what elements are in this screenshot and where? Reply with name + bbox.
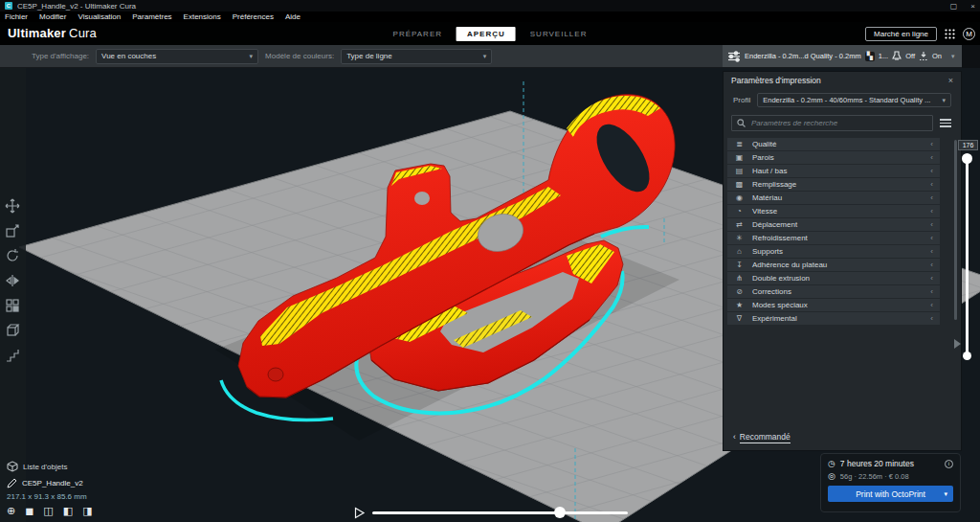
infill-icon: ▩ <box>734 180 745 189</box>
print-config-bar[interactable]: Enderzilla - 0.2m...d Quality - 0.2mm ▚ … <box>723 45 962 68</box>
category-remplissage[interactable]: ▩ Remplissage ‹ <box>727 178 940 191</box>
tab-preparer[interactable]: PRÉPARER <box>393 30 442 38</box>
quality-icon: ≣ <box>734 140 745 148</box>
info-icon[interactable]: i <box>945 460 953 468</box>
chevron-collapse-icon: ‹ <box>930 220 933 229</box>
path-slider-track[interactable] <box>372 511 628 514</box>
recommended-mode-link[interactable]: ‹Recommandé <box>733 432 791 442</box>
menu-preferences[interactable]: Préférences <box>233 12 274 21</box>
rotate-tool-icon[interactable] <box>5 248 20 263</box>
support-blocker-tool-icon[interactable] <box>5 323 20 338</box>
window-title: CE5P_Handle_v2 - Ultimaker Cura <box>17 2 136 11</box>
category-modes-speciaux[interactable]: ★ Modes spéciaux ‹ <box>727 299 940 311</box>
stairs-tool-icon[interactable] <box>5 348 20 363</box>
scale-tool-icon[interactable] <box>5 223 20 238</box>
view-left-icon[interactable]: ◧ <box>63 505 73 516</box>
clock-icon: ◷ <box>828 459 835 468</box>
chevron-collapse-icon: ‹ <box>930 301 933 309</box>
object-name-row[interactable]: CE5P_Handle_v2 <box>7 478 93 488</box>
category-supports[interactable]: ⌂ Supports ‹ <box>727 245 940 258</box>
menu-modifier[interactable]: Modifier <box>39 12 66 21</box>
tab-apercu[interactable]: APERÇU <box>457 27 516 41</box>
menu-fichier[interactable]: Fichier <box>5 12 28 21</box>
cura-window: C CE5P_Handle_v2 - Ultimaker Cura ▢ × Fi… <box>0 0 980 522</box>
category-refroidissement[interactable]: ✳ Refroidissement ‹ <box>727 232 940 244</box>
search-input[interactable] <box>749 118 927 128</box>
restore-window-icon[interactable]: ▢ <box>950 2 958 11</box>
chevron-collapse-icon: ‹ <box>930 314 933 323</box>
chevron-collapse-icon: ‹ <box>930 234 933 242</box>
settings-scrollbar[interactable] <box>954 140 957 320</box>
adhesion-category-icon: ↧ <box>734 261 745 269</box>
category-qualite[interactable]: ≣ Qualité ‹ <box>727 138 940 150</box>
print-settings-panel: Paramètres d'impression × Profil Enderzi… <box>723 71 962 451</box>
menu-aide[interactable]: Aide <box>285 12 301 21</box>
category-materiau[interactable]: ◉ Matériau ‹ <box>727 192 940 204</box>
category-haut-bas[interactable]: ▤ Haut / bas ‹ <box>727 165 940 177</box>
panel-title: Paramètres d'impression <box>731 76 821 85</box>
view-mode-toolbar: Type d'affichage: Vue en couches ▾ Modèl… <box>0 45 723 68</box>
view-3d-icon[interactable]: ⊕ <box>7 505 15 516</box>
travel-icon: ⇄ <box>734 220 745 229</box>
category-experimental[interactable]: ∇ Expérimental ‹ <box>727 312 940 325</box>
view-front-icon[interactable]: ◼ <box>25 505 33 516</box>
title-bar: C CE5P_Handle_v2 - Ultimaker Cura ▢ × <box>0 0 980 11</box>
speed-icon: ◔ <box>734 207 745 216</box>
tab-surveiller[interactable]: SURVEILLER <box>530 30 588 38</box>
view-right-icon[interactable]: ◨ <box>82 505 92 516</box>
category-adherence[interactable]: ↧ Adhérence du plateau ‹ <box>727 259 940 271</box>
tab-hole <box>414 192 430 205</box>
chevron-down-icon: ▾ <box>944 490 947 498</box>
category-double-extrusion[interactable]: ⋔ Double extrusion ‹ <box>727 272 940 284</box>
menu-extensions[interactable]: Extensions <box>184 12 221 21</box>
adhesion-status: On <box>932 52 942 60</box>
simulation-play-icon[interactable] <box>353 507 366 519</box>
layer-slider-bottom-handle[interactable] <box>963 352 971 360</box>
close-panel-icon[interactable]: × <box>948 76 953 85</box>
extruder-value: 1... <box>879 52 888 60</box>
settings-menu-icon[interactable] <box>940 119 951 127</box>
print-with-octoprint-button[interactable]: Print with OctoPrint ▾ <box>828 486 953 502</box>
layer-slider-track[interactable] <box>966 154 969 357</box>
toolbar-corner <box>962 45 980 68</box>
cura-logo-icon: C <box>5 2 12 10</box>
close-window-icon[interactable]: × <box>970 2 975 11</box>
menu-bar: Fichier Modifier Visualisation Paramètre… <box>0 11 980 22</box>
category-parois[interactable]: ▣ Parois ‹ <box>727 151 940 164</box>
brand-logo: UltimakerCura <box>8 26 97 40</box>
mirror-tool-icon[interactable] <box>5 273 20 288</box>
category-corrections[interactable]: ⊘ Corrections ‹ <box>727 285 940 298</box>
view-top-icon[interactable]: ◫ <box>43 505 53 516</box>
category-deplacement[interactable]: ⇄ Déplacement ‹ <box>727 218 940 231</box>
object-list-toggle[interactable]: Liste d'objets <box>7 461 93 472</box>
menu-parametres[interactable]: Paramètres <box>132 12 171 21</box>
search-icon <box>737 119 746 127</box>
apps-grid-icon[interactable] <box>945 29 955 39</box>
marketplace-button[interactable]: Marché en ligne <box>865 27 937 41</box>
category-vitesse[interactable]: ◔ Vitesse ‹ <box>727 205 940 217</box>
chevron-collapse-icon: ‹ <box>930 274 933 283</box>
account-avatar[interactable]: M <box>963 28 975 40</box>
settings-search-box <box>731 115 933 131</box>
color-scheme-dropdown[interactable]: Type de ligne ▾ <box>341 49 492 64</box>
layer-play-icon[interactable] <box>953 338 963 350</box>
display-type-dropdown[interactable]: Vue en couches ▾ <box>96 49 258 64</box>
object-name: CE5P_Handle_v2 <box>22 479 83 488</box>
config-summary: Enderzilla - 0.2m...d Quality - 0.2mm <box>745 52 861 60</box>
layer-number-badge: 176 <box>958 140 978 150</box>
menu-visualisation[interactable]: Visualisation <box>78 12 121 21</box>
chevron-collapse-icon: ‹ <box>930 180 933 189</box>
layer-slider-top-handle[interactable] <box>962 153 972 164</box>
chevron-collapse-icon: ‹ <box>930 153 933 162</box>
fixes-icon: ⊘ <box>734 287 745 296</box>
chevron-collapse-icon: ‹ <box>930 287 933 296</box>
pencil-icon <box>7 478 17 488</box>
chevron-collapse-icon: ‹ <box>930 140 933 148</box>
profile-dropdown[interactable]: Enderzilla - 0.2mm - 40/60mms - Standard… <box>757 93 951 107</box>
per-model-settings-tool-icon[interactable] <box>5 298 20 313</box>
material-icon: ◉ <box>734 193 745 202</box>
path-slider-handle[interactable] <box>554 507 566 518</box>
walls-icon: ▣ <box>734 153 745 162</box>
display-type-label: Type d'affichage: <box>32 52 89 60</box>
move-tool-icon[interactable] <box>5 198 20 214</box>
